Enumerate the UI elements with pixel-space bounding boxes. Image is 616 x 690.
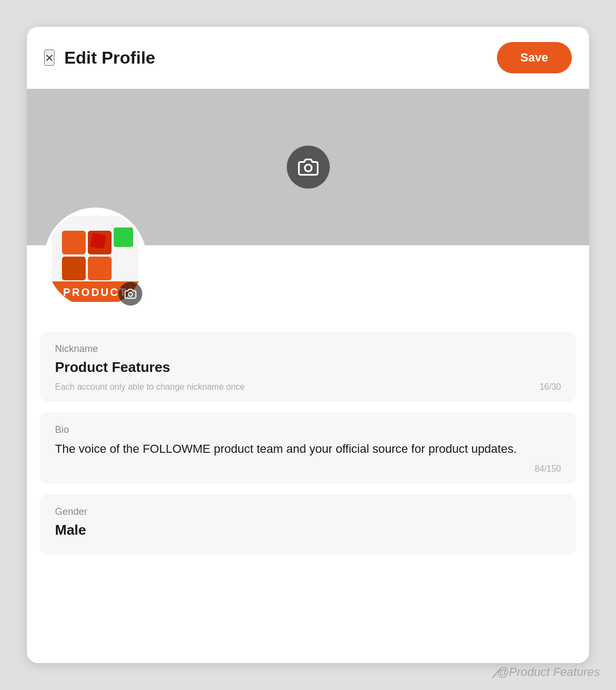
nickname-value[interactable]: Product Features	[55, 359, 561, 376]
bio-count-row: 84/150	[55, 464, 561, 474]
cover-photo-upload-button[interactable]	[287, 146, 330, 189]
svg-text:PRODUCT: PRODUCT	[63, 286, 128, 298]
camera-icon	[298, 157, 319, 177]
nickname-label: Nickname	[55, 343, 561, 355]
bio-field-block: Bio The voice of the FOLLOWME product te…	[40, 412, 576, 484]
svg-point-0	[304, 164, 312, 171]
svg-rect-8	[114, 227, 133, 247]
svg-rect-7	[88, 257, 112, 280]
modal-header: × Edit Profile Save	[27, 27, 589, 89]
svg-rect-5	[62, 257, 86, 280]
bio-count: 84/150	[535, 464, 561, 474]
edit-profile-modal: × Edit Profile Save PRODUCT	[27, 27, 589, 663]
bio-value[interactable]: The voice of the FOLLOWME product team a…	[55, 440, 561, 458]
nickname-hint: Each account only able to change nicknam…	[55, 382, 245, 392]
gender-value[interactable]: Male	[55, 522, 561, 539]
svg-rect-9	[90, 233, 106, 249]
svg-rect-4	[62, 231, 86, 254]
avatar-camera-icon	[124, 288, 136, 300]
svg-point-10	[128, 292, 132, 296]
nickname-field-block: Nickname Product Features Each account o…	[40, 332, 576, 402]
avatar-photo-upload-button[interactable]	[119, 282, 142, 306]
avatar-wrapper: PRODUCT	[44, 208, 147, 310]
bio-label: Bio	[55, 424, 561, 436]
form-section: Nickname Product Features Each account o…	[27, 332, 589, 555]
nickname-hint-row: Each account only able to change nicknam…	[55, 382, 561, 392]
page-title: Edit Profile	[64, 48, 155, 68]
gender-label: Gender	[55, 506, 561, 518]
gender-field-block: Gender Male	[40, 494, 576, 555]
nickname-count: 16/30	[539, 382, 561, 392]
close-button[interactable]: ×	[44, 50, 54, 66]
header-left: × Edit Profile	[44, 48, 155, 68]
save-button[interactable]: Save	[497, 42, 572, 73]
avatar-area: PRODUCT	[27, 245, 589, 332]
